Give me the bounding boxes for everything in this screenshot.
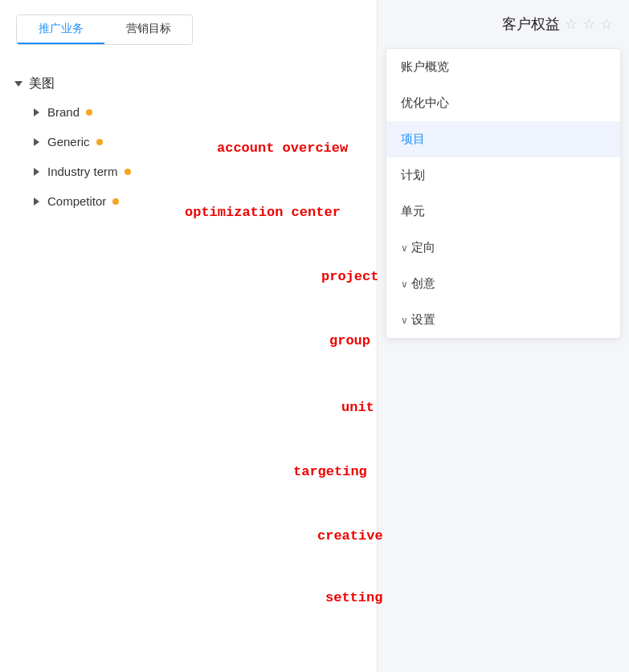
expand-icon [34,108,39,116]
right-panel: 客户权益 ☆ ☆ ☆ 账户概览 优化中心 项目 计划 单元 ∨ 定向 ∨ 创意 [378,0,629,672]
expand-icon [34,138,39,146]
tab-marketing[interactable]: 营销目标 [104,15,192,44]
tree-children: Brand Generic Industry term Competitor [8,97,369,216]
industry-label: Industry term [47,165,118,178]
targeting-label: 定向 [411,240,606,255]
header-row: 客户权益 ☆ ☆ ☆ [378,0,629,42]
project-label: 项目 [401,132,606,147]
brand-label: Brand [47,105,80,119]
tree-item-generic[interactable]: Generic [27,127,369,157]
competitor-dot [112,198,119,205]
menu-item-project[interactable]: 项目 [386,121,620,157]
tree-root-meitu[interactable]: 美图 [8,71,369,97]
unit-label: 单元 [401,204,606,219]
tab-promotion[interactable]: 推广业务 [17,15,104,44]
collapse-icon [14,81,22,87]
generic-dot [96,139,103,145]
optimization-label: 优化中心 [401,96,606,111]
menu-item-unit[interactable]: 单元 [386,193,620,230]
tree-section: 美图 Brand Generic Industry term Competito… [0,71,377,216]
star-3[interactable]: ☆ [600,15,613,33]
menu-item-setting[interactable]: ∨ 设置 [386,302,620,338]
tree-item-industry[interactable]: Industry term [27,157,369,186]
generic-label: Generic [47,135,90,149]
chevron-setting-icon: ∨ [401,315,408,326]
account-overview-label: 账户概览 [401,59,606,75]
left-panel: 推广业务 营销目标 美图 Brand Generic Industry term [0,0,378,672]
page-title: 客户权益 [502,14,560,34]
creative-label: 创意 [411,276,606,291]
menu-item-group[interactable]: 计划 [386,157,620,193]
tree-item-brand[interactable]: Brand [27,97,369,127]
star-2[interactable]: ☆ [582,15,595,33]
tree-item-competitor[interactable]: Competitor [27,186,369,216]
menu-item-account-overview[interactable]: 账户概览 [386,49,620,85]
menu-item-creative[interactable]: ∨ 创意 [386,266,620,302]
chevron-targeting-icon: ∨ [401,242,408,254]
tab-bar: 推广业务 营销目标 [16,14,193,45]
star-1[interactable]: ☆ [565,15,578,33]
expand-icon [34,198,39,206]
expand-icon [34,168,39,176]
menu-item-optimization[interactable]: 优化中心 [386,85,620,121]
competitor-label: Competitor [47,194,106,208]
industry-dot [125,169,131,175]
group-label: 计划 [401,168,606,183]
menu-item-targeting[interactable]: ∨ 定向 [386,230,620,266]
navigation-menu: 账户概览 优化中心 项目 计划 单元 ∨ 定向 ∨ 创意 ∨ 设置 [386,48,621,339]
brand-dot [86,109,92,116]
setting-label: 设置 [411,312,606,328]
tree-root-label: 美图 [29,75,55,92]
chevron-creative-icon: ∨ [401,279,408,290]
